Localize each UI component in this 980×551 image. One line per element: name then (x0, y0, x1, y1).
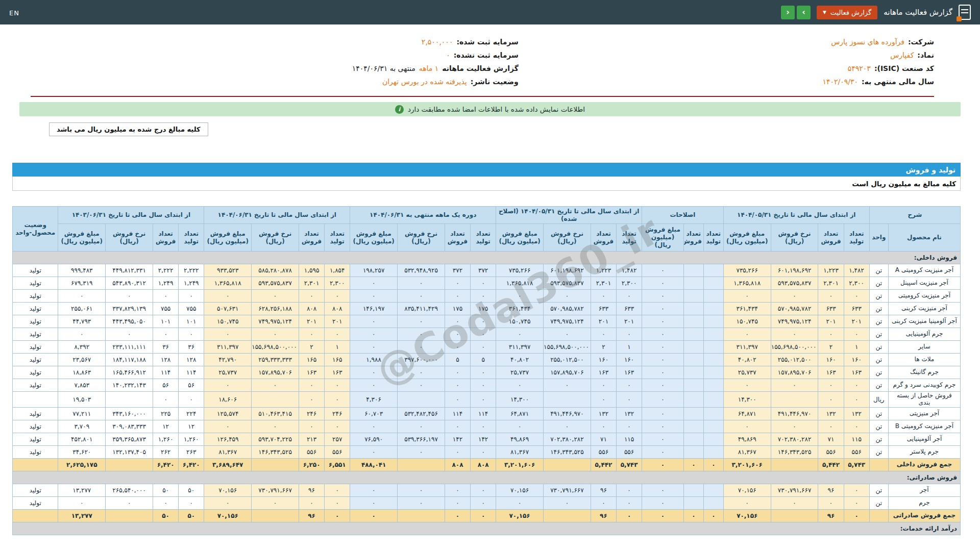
cell-value: ۱ (325, 341, 350, 354)
previous-report-button[interactable]: ‹ (781, 6, 795, 19)
cell-value: ۰ (204, 420, 252, 433)
cell-value: ۵۵۶ (325, 445, 350, 458)
cell-value: ۲,۳۰۰ (844, 277, 869, 290)
cell-value (703, 315, 723, 328)
column-subheader: نرخ فروش (ریال) (398, 224, 445, 252)
cell-value: ۰ (723, 420, 771, 433)
cell-value: ۰ (350, 379, 398, 392)
cell-value (683, 264, 703, 277)
cell-value: ۹۶ (299, 484, 325, 496)
cell-value: ۰ (617, 509, 642, 522)
cell-value: ۲,۳۰۰ (617, 277, 642, 290)
column-subheader: نرخ فروش (ریال) (544, 224, 591, 252)
cell-status: تولید (13, 433, 58, 445)
cell-value: ۱۸,۶۰۶ (204, 392, 252, 408)
cell-value: ۱۳۲,۱۳۷,۴۰۵ (106, 445, 153, 458)
cell-status (13, 509, 58, 522)
report-type-dropdown[interactable]: گزارش فعالیت ▼ (817, 6, 877, 19)
cell-status: تولید (13, 290, 58, 303)
cell-value: ۰ (350, 328, 398, 341)
production-sales-section-bar: تولید و فروش (12, 163, 961, 177)
company-value[interactable]: فرآورده هاي نسوز پارس (831, 38, 904, 46)
cell-value: ۱۲۶,۴۵۹ (204, 433, 252, 445)
cell-value: ۰ (204, 290, 252, 303)
column-group-ytd_0631: از ابتدای سال مالی تا تاریخ ۱۴۰۴/۰۶/۳۱ (204, 207, 350, 224)
language-toggle[interactable]: EN (9, 9, 19, 17)
cell-value: ۸۱,۳۶۷ (723, 445, 771, 458)
column-subheader: تعداد تولید (179, 224, 204, 252)
cell-value (703, 354, 723, 366)
cell-value (106, 509, 153, 522)
cell-value: ۱,۹۸۸ (350, 354, 398, 366)
table-row: آجر منیزیت اسپینلتن۲,۳۰۰۲,۳۰۱۵۹۳,۵۷۵,۸۳۷… (13, 277, 961, 290)
cell-value: ۲۵۵,۰۱۲,۵۰۰ (544, 354, 591, 366)
cell-value: ۲۳,۵۶۷ (58, 354, 106, 366)
column-group-prev_1403: از ابتدای سال مالی تا تاریخ ۱۴۰۳/۰۶/۳۱ (58, 207, 204, 224)
page-title: گزارش فعالیت ماهانه (884, 8, 952, 17)
cell-value: ۱,۳۶۵,۸۱۸ (204, 277, 252, 290)
cell-value: ۴۹۱,۴۴۶,۹۷۰ (544, 407, 591, 420)
cell-value: ۱۶۳ (591, 366, 616, 379)
cell-value: ۰ (445, 290, 470, 303)
cell-value: ۰ (771, 496, 818, 509)
cell-value: ۳,۲۰۱,۶۰۶ (496, 458, 544, 471)
cell-value: ۱۳۲ (818, 407, 844, 420)
cell-value: ۰ (818, 392, 844, 408)
cell-value: ۱۶۵ (325, 354, 350, 366)
cell-value: ۶۰۱,۱۹۸,۶۹۲ (771, 264, 818, 277)
next-report-button[interactable]: › (797, 6, 811, 19)
cell-value: ۱۳۲ (844, 407, 869, 420)
cell-value: ۰ (350, 277, 398, 290)
info-row-publisher-status: وضعیت ناشر: پذیرفته شده در بورس تهران (31, 78, 519, 91)
cell-unit: تن (869, 445, 888, 458)
cell-status: تولید (13, 303, 58, 315)
cell-value: ۷۵۵ (153, 303, 179, 315)
cell-value: ۶۷۹,۳۱۹ (58, 277, 106, 290)
cell-unit: تن (869, 303, 888, 315)
cell-value: ۱,۲۶۰ (153, 433, 179, 445)
cell-value: ۰ (299, 328, 325, 341)
cell-unit: ریال (869, 392, 888, 408)
cell-value: ۱,۸۵۴ (325, 264, 350, 277)
info-row-report-period: گزارش فعالیت ماهانه ۱ ماهه منتهی به ۱۴۰۴… (31, 64, 519, 78)
cell-value: ۳۷۲ (471, 264, 496, 277)
cell-product-name: آجر منیزیت کرومیتی (888, 290, 960, 303)
cell-value: ۷۰,۱۵۶ (496, 509, 544, 522)
cell-value: ۳,۶۸۹,۶۴۷ (204, 458, 252, 471)
cell-value: ۰ (445, 277, 470, 290)
cell-value: ۸,۳۹۲ (58, 341, 106, 354)
cell-value: ۱,۳۶۵,۸۱۸ (723, 277, 771, 290)
cell-unit: تن (869, 433, 888, 445)
cell-value: ۰ (252, 420, 299, 433)
report-icon-badge (957, 16, 962, 21)
cell-value: ۱۲ (179, 420, 204, 433)
cell-value: ۰ (617, 328, 642, 341)
cell-value: ۱۶۵ (299, 354, 325, 366)
cell-value: ۰ (398, 496, 445, 509)
cell-value: ۱,۵۹۵ (299, 264, 325, 277)
cell-product-name: جرم (888, 496, 960, 509)
cell-value: ۰ (642, 509, 684, 522)
cell-value: ۲۴۶ (325, 407, 350, 420)
cell-status (13, 392, 58, 408)
topbar-left-group: EN (9, 8, 19, 17)
cell-value: ۰ (591, 420, 616, 433)
cell-value: ۰ (106, 496, 153, 509)
cell-value: ۴۹,۸۶۹ (496, 433, 544, 445)
cell-value: ۰ (445, 420, 470, 433)
cell-value: ۱۷۵ (445, 303, 470, 315)
info-row-symbol: نماد: کفپارس (519, 51, 934, 64)
cell-value: ۹۶ (591, 509, 616, 522)
cell-value (398, 509, 445, 522)
info-column-right: شرکت: فرآورده هاي نسوز پارس نماد: کفپارس… (519, 38, 934, 91)
cell-value: ۵۰۷,۶۳۱ (204, 303, 252, 315)
cell-value (771, 458, 818, 471)
cell-value (544, 458, 591, 471)
cell-value: ۰ (445, 328, 470, 341)
cell-value: ۲۵۷ (325, 433, 350, 445)
column-group-month_0631: دوره یک ماهه منتهی به ۱۴۰۴/۰۶/۳۱ (350, 207, 496, 224)
table-row: سایرتن۱۲۱۵۵,۶۹۸,۵۰۰,۰۰۰۳۱۱,۳۹۷۰۱۲۱۵۵,۶۹۸… (13, 341, 961, 354)
cell-value: ۰ (445, 509, 470, 522)
cell-value: ۰ (642, 328, 684, 341)
symbol-value[interactable]: کفپارس (890, 51, 914, 59)
